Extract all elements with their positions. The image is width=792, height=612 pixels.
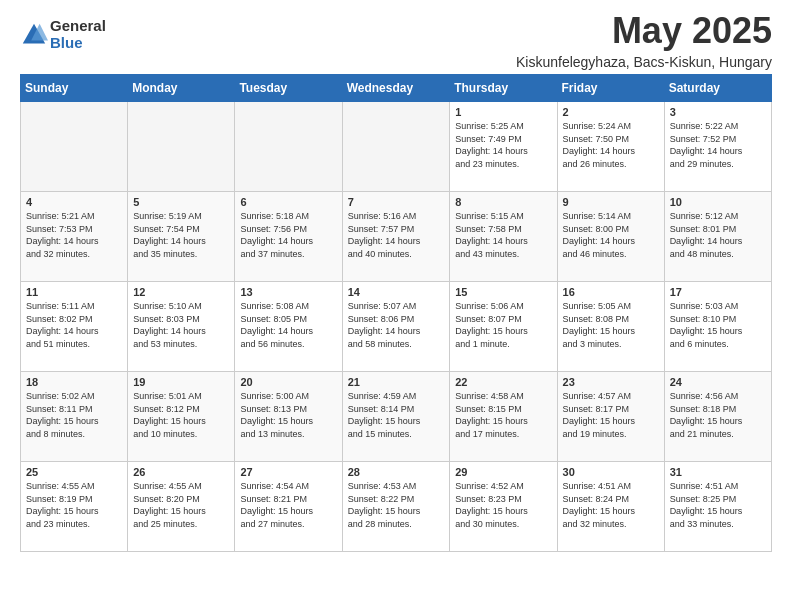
- calendar-cell: 11Sunrise: 5:11 AM Sunset: 8:02 PM Dayli…: [21, 282, 128, 372]
- calendar-cell: 2Sunrise: 5:24 AM Sunset: 7:50 PM Daylig…: [557, 102, 664, 192]
- day-info: Sunrise: 5:21 AM Sunset: 7:53 PM Dayligh…: [26, 210, 122, 260]
- calendar-cell: 27Sunrise: 4:54 AM Sunset: 8:21 PM Dayli…: [235, 462, 342, 552]
- day-info: Sunrise: 5:22 AM Sunset: 7:52 PM Dayligh…: [670, 120, 766, 170]
- calendar-week-row: 1Sunrise: 5:25 AM Sunset: 7:49 PM Daylig…: [21, 102, 772, 192]
- logo-blue-text: Blue: [50, 35, 106, 52]
- month-title: May 2025: [516, 10, 772, 52]
- calendar-cell: [21, 102, 128, 192]
- day-info: Sunrise: 4:57 AM Sunset: 8:17 PM Dayligh…: [563, 390, 659, 440]
- calendar-week-row: 11Sunrise: 5:11 AM Sunset: 8:02 PM Dayli…: [21, 282, 772, 372]
- day-info: Sunrise: 5:08 AM Sunset: 8:05 PM Dayligh…: [240, 300, 336, 350]
- title-block: May 2025 Kiskunfelegyhaza, Bacs-Kiskun, …: [516, 10, 772, 70]
- day-number: 16: [563, 286, 659, 298]
- day-info: Sunrise: 5:25 AM Sunset: 7:49 PM Dayligh…: [455, 120, 551, 170]
- day-number: 31: [670, 466, 766, 478]
- day-number: 2: [563, 106, 659, 118]
- day-number: 14: [348, 286, 445, 298]
- calendar-cell: 22Sunrise: 4:58 AM Sunset: 8:15 PM Dayli…: [450, 372, 557, 462]
- day-number: 24: [670, 376, 766, 388]
- calendar-week-row: 4Sunrise: 5:21 AM Sunset: 7:53 PM Daylig…: [21, 192, 772, 282]
- calendar-cell: 13Sunrise: 5:08 AM Sunset: 8:05 PM Dayli…: [235, 282, 342, 372]
- day-info: Sunrise: 4:59 AM Sunset: 8:14 PM Dayligh…: [348, 390, 445, 440]
- day-info: Sunrise: 5:19 AM Sunset: 7:54 PM Dayligh…: [133, 210, 229, 260]
- day-number: 1: [455, 106, 551, 118]
- calendar-cell: [342, 102, 450, 192]
- day-number: 8: [455, 196, 551, 208]
- day-info: Sunrise: 5:07 AM Sunset: 8:06 PM Dayligh…: [348, 300, 445, 350]
- calendar-cell: 10Sunrise: 5:12 AM Sunset: 8:01 PM Dayli…: [664, 192, 771, 282]
- weekday-header: Thursday: [450, 75, 557, 102]
- day-info: Sunrise: 4:52 AM Sunset: 8:23 PM Dayligh…: [455, 480, 551, 530]
- day-number: 17: [670, 286, 766, 298]
- day-number: 9: [563, 196, 659, 208]
- calendar-header-row: SundayMondayTuesdayWednesdayThursdayFrid…: [21, 75, 772, 102]
- calendar-week-row: 18Sunrise: 5:02 AM Sunset: 8:11 PM Dayli…: [21, 372, 772, 462]
- day-number: 15: [455, 286, 551, 298]
- calendar-cell: 16Sunrise: 5:05 AM Sunset: 8:08 PM Dayli…: [557, 282, 664, 372]
- day-info: Sunrise: 5:14 AM Sunset: 8:00 PM Dayligh…: [563, 210, 659, 260]
- day-number: 22: [455, 376, 551, 388]
- calendar-cell: 30Sunrise: 4:51 AM Sunset: 8:24 PM Dayli…: [557, 462, 664, 552]
- weekday-header: Saturday: [664, 75, 771, 102]
- day-info: Sunrise: 5:05 AM Sunset: 8:08 PM Dayligh…: [563, 300, 659, 350]
- weekday-header: Friday: [557, 75, 664, 102]
- logo-text: General Blue: [50, 18, 106, 51]
- day-info: Sunrise: 4:51 AM Sunset: 8:25 PM Dayligh…: [670, 480, 766, 530]
- day-info: Sunrise: 5:00 AM Sunset: 8:13 PM Dayligh…: [240, 390, 336, 440]
- day-number: 28: [348, 466, 445, 478]
- day-info: Sunrise: 5:12 AM Sunset: 8:01 PM Dayligh…: [670, 210, 766, 260]
- day-info: Sunrise: 5:11 AM Sunset: 8:02 PM Dayligh…: [26, 300, 122, 350]
- day-number: 18: [26, 376, 122, 388]
- calendar-cell: 1Sunrise: 5:25 AM Sunset: 7:49 PM Daylig…: [450, 102, 557, 192]
- day-number: 11: [26, 286, 122, 298]
- day-info: Sunrise: 4:51 AM Sunset: 8:24 PM Dayligh…: [563, 480, 659, 530]
- day-info: Sunrise: 4:58 AM Sunset: 8:15 PM Dayligh…: [455, 390, 551, 440]
- day-number: 29: [455, 466, 551, 478]
- day-number: 12: [133, 286, 229, 298]
- day-info: Sunrise: 5:01 AM Sunset: 8:12 PM Dayligh…: [133, 390, 229, 440]
- logo-general-text: General: [50, 18, 106, 35]
- day-info: Sunrise: 4:55 AM Sunset: 8:19 PM Dayligh…: [26, 480, 122, 530]
- calendar-cell: 5Sunrise: 5:19 AM Sunset: 7:54 PM Daylig…: [128, 192, 235, 282]
- calendar-cell: [235, 102, 342, 192]
- calendar-cell: 20Sunrise: 5:00 AM Sunset: 8:13 PM Dayli…: [235, 372, 342, 462]
- day-number: 7: [348, 196, 445, 208]
- weekday-header: Sunday: [21, 75, 128, 102]
- day-number: 13: [240, 286, 336, 298]
- day-number: 21: [348, 376, 445, 388]
- calendar-cell: 15Sunrise: 5:06 AM Sunset: 8:07 PM Dayli…: [450, 282, 557, 372]
- calendar-cell: 28Sunrise: 4:53 AM Sunset: 8:22 PM Dayli…: [342, 462, 450, 552]
- day-number: 6: [240, 196, 336, 208]
- weekday-header: Monday: [128, 75, 235, 102]
- calendar-cell: 23Sunrise: 4:57 AM Sunset: 8:17 PM Dayli…: [557, 372, 664, 462]
- day-info: Sunrise: 5:15 AM Sunset: 7:58 PM Dayligh…: [455, 210, 551, 260]
- calendar-cell: 25Sunrise: 4:55 AM Sunset: 8:19 PM Dayli…: [21, 462, 128, 552]
- day-info: Sunrise: 5:24 AM Sunset: 7:50 PM Dayligh…: [563, 120, 659, 170]
- calendar-week-row: 25Sunrise: 4:55 AM Sunset: 8:19 PM Dayli…: [21, 462, 772, 552]
- day-info: Sunrise: 5:16 AM Sunset: 7:57 PM Dayligh…: [348, 210, 445, 260]
- calendar-cell: 29Sunrise: 4:52 AM Sunset: 8:23 PM Dayli…: [450, 462, 557, 552]
- day-info: Sunrise: 4:56 AM Sunset: 8:18 PM Dayligh…: [670, 390, 766, 440]
- calendar-cell: 21Sunrise: 4:59 AM Sunset: 8:14 PM Dayli…: [342, 372, 450, 462]
- calendar-cell: 7Sunrise: 5:16 AM Sunset: 7:57 PM Daylig…: [342, 192, 450, 282]
- day-number: 10: [670, 196, 766, 208]
- day-number: 19: [133, 376, 229, 388]
- page-header: General Blue May 2025 Kiskunfelegyhaza, …: [20, 10, 772, 70]
- calendar-cell: 14Sunrise: 5:07 AM Sunset: 8:06 PM Dayli…: [342, 282, 450, 372]
- day-number: 25: [26, 466, 122, 478]
- day-info: Sunrise: 5:18 AM Sunset: 7:56 PM Dayligh…: [240, 210, 336, 260]
- calendar-cell: 17Sunrise: 5:03 AM Sunset: 8:10 PM Dayli…: [664, 282, 771, 372]
- calendar-cell: 24Sunrise: 4:56 AM Sunset: 8:18 PM Dayli…: [664, 372, 771, 462]
- day-info: Sunrise: 4:54 AM Sunset: 8:21 PM Dayligh…: [240, 480, 336, 530]
- calendar-cell: 3Sunrise: 5:22 AM Sunset: 7:52 PM Daylig…: [664, 102, 771, 192]
- day-number: 4: [26, 196, 122, 208]
- calendar-cell: 12Sunrise: 5:10 AM Sunset: 8:03 PM Dayli…: [128, 282, 235, 372]
- day-number: 23: [563, 376, 659, 388]
- day-info: Sunrise: 4:53 AM Sunset: 8:22 PM Dayligh…: [348, 480, 445, 530]
- calendar-cell: 31Sunrise: 4:51 AM Sunset: 8:25 PM Dayli…: [664, 462, 771, 552]
- day-info: Sunrise: 4:55 AM Sunset: 8:20 PM Dayligh…: [133, 480, 229, 530]
- calendar-table: SundayMondayTuesdayWednesdayThursdayFrid…: [20, 74, 772, 552]
- day-number: 5: [133, 196, 229, 208]
- calendar-cell: 9Sunrise: 5:14 AM Sunset: 8:00 PM Daylig…: [557, 192, 664, 282]
- calendar-cell: 26Sunrise: 4:55 AM Sunset: 8:20 PM Dayli…: [128, 462, 235, 552]
